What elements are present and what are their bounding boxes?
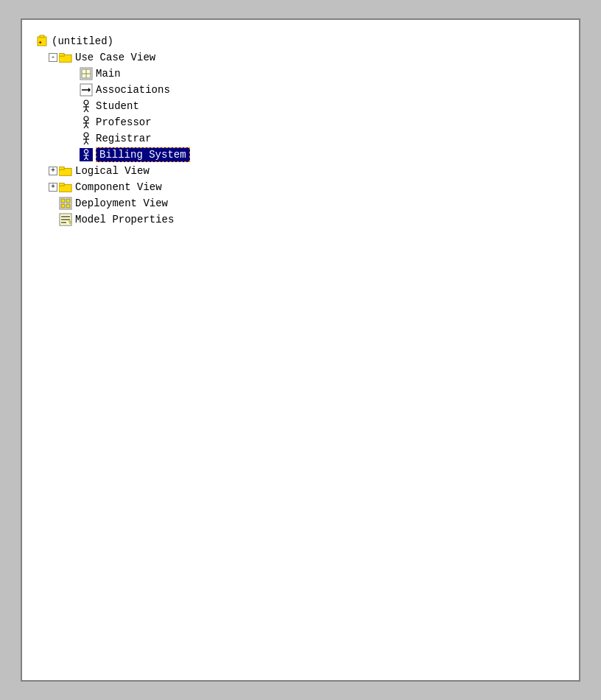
tree-item-logical-view[interactable]: + Logical View bbox=[49, 163, 566, 179]
diagram-icon bbox=[80, 67, 93, 80]
associations-label: Associations bbox=[96, 84, 170, 96]
svg-line-21 bbox=[86, 125, 88, 128]
root-label: (untitled) bbox=[52, 35, 113, 47]
folder-icon bbox=[59, 51, 72, 64]
folder-icon-logical bbox=[59, 164, 72, 178]
svg-line-26 bbox=[86, 141, 88, 144]
expander-logical-view[interactable]: + bbox=[49, 167, 57, 175]
student-label: Student bbox=[96, 100, 139, 112]
tree-container: ✦ (untitled) - Use Case View bbox=[29, 27, 572, 234]
tree-item-main[interactable]: Main bbox=[69, 66, 566, 82]
svg-rect-39 bbox=[61, 204, 65, 208]
registrar-label: Registrar bbox=[96, 133, 152, 144]
logical-view-label: Logical View bbox=[75, 165, 150, 177]
svg-rect-33 bbox=[59, 167, 64, 170]
spacer-professor bbox=[69, 118, 78, 127]
actor-icon-billing bbox=[80, 148, 93, 161]
professor-label: Professor bbox=[96, 116, 152, 128]
actor-icon-registrar bbox=[80, 132, 93, 145]
tree-item-root[interactable]: ✦ (untitled) bbox=[35, 33, 566, 49]
svg-text:✦: ✦ bbox=[38, 38, 43, 46]
tree-item-deployment-view[interactable]: Deployment View bbox=[49, 195, 566, 211]
svg-point-22 bbox=[84, 133, 88, 137]
spacer-main bbox=[69, 69, 78, 78]
spacer-associations bbox=[69, 85, 78, 94]
billing-system-label: Billing System bbox=[99, 149, 186, 161]
svg-line-31 bbox=[86, 158, 88, 161]
use-case-view-label: Use Case View bbox=[75, 52, 155, 63]
tree-item-use-case-view[interactable]: - Use Case View bbox=[49, 49, 566, 66]
svg-line-25 bbox=[84, 141, 86, 144]
svg-rect-35 bbox=[59, 183, 64, 186]
expander-component-view[interactable]: + bbox=[49, 183, 57, 192]
properties-icon bbox=[59, 213, 72, 226]
main-window: ✦ (untitled) - Use Case View bbox=[21, 18, 580, 682]
spacer-deployment bbox=[49, 199, 57, 208]
expander-use-case-view[interactable]: - bbox=[49, 53, 57, 62]
svg-rect-38 bbox=[66, 199, 70, 203]
deployment-icon bbox=[59, 197, 72, 210]
tree-item-model-properties[interactable]: Model Properties bbox=[49, 211, 566, 228]
actor-icon-student bbox=[80, 99, 93, 113]
actor-icon-professor bbox=[80, 116, 93, 129]
svg-rect-1 bbox=[40, 35, 44, 38]
component-view-label: Component View bbox=[75, 181, 162, 193]
svg-line-20 bbox=[84, 125, 86, 128]
svg-point-17 bbox=[84, 116, 88, 121]
model-properties-label: Model Properties bbox=[75, 214, 174, 225]
tree-item-registrar[interactable]: Registrar bbox=[69, 130, 566, 147]
billing-system-selected[interactable]: Billing System bbox=[96, 147, 190, 162]
folder-icon-component bbox=[59, 181, 72, 194]
tree-item-component-view[interactable]: + Component View bbox=[49, 179, 566, 195]
svg-rect-4 bbox=[59, 54, 64, 57]
svg-rect-37 bbox=[61, 199, 65, 203]
svg-line-30 bbox=[84, 158, 86, 161]
tree-item-professor[interactable]: Professor bbox=[69, 114, 566, 130]
deployment-view-label: Deployment View bbox=[75, 197, 168, 209]
svg-line-15 bbox=[84, 109, 86, 112]
spacer-student bbox=[69, 102, 78, 111]
spacer-model bbox=[49, 215, 57, 224]
main-label: Main bbox=[96, 68, 121, 80]
svg-point-12 bbox=[84, 100, 88, 105]
svg-line-16 bbox=[86, 109, 88, 112]
tree-item-associations[interactable]: Associations bbox=[69, 82, 566, 98]
tree-item-student[interactable]: Student bbox=[69, 98, 566, 114]
usecase-icon bbox=[80, 83, 93, 97]
svg-point-27 bbox=[84, 150, 88, 153]
svg-rect-40 bbox=[66, 204, 70, 208]
tree-item-billing-system[interactable]: Billing System bbox=[69, 147, 566, 163]
spacer-registrar bbox=[69, 134, 78, 143]
root-icon: ✦ bbox=[35, 35, 49, 48]
spacer-billing bbox=[69, 150, 78, 159]
